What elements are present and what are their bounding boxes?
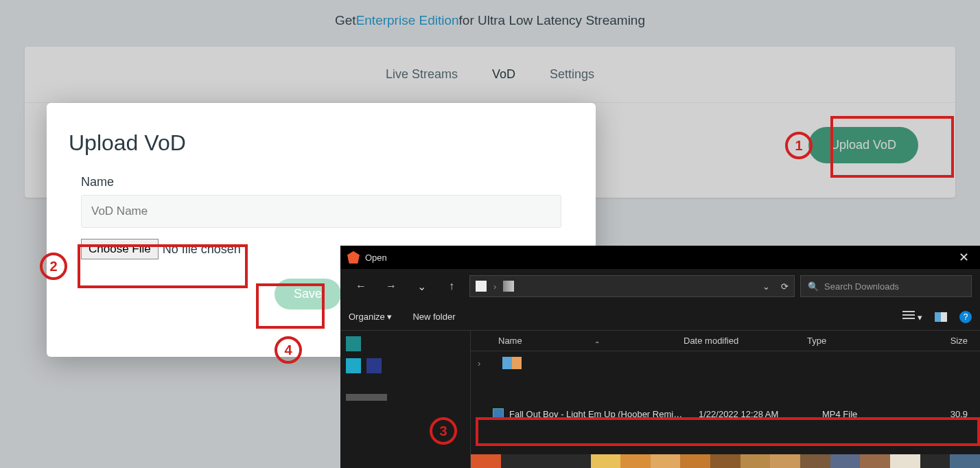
- preview-pane-icon[interactable]: [935, 312, 947, 322]
- file-chosen-status: No file chosen: [163, 242, 241, 257]
- vod-name-input[interactable]: [81, 195, 561, 228]
- breadcrumb-icon-2: [503, 281, 514, 292]
- sidebar-item[interactable]: [346, 336, 361, 351]
- file-type: MP4 File: [822, 409, 925, 419]
- dialog-title: Open: [365, 253, 387, 263]
- file-date: 1/22/2022 12:28 AM: [699, 409, 822, 419]
- brave-icon: [347, 251, 360, 264]
- file-row[interactable]: Fall Out Boy - Light Em Up (Hoober Remi……: [471, 402, 980, 425]
- breadcrumb-icon-1: [476, 281, 487, 292]
- file-type-icon: [493, 408, 504, 419]
- dialog-body: Name⌃ Date modified Type Size › Fall Out…: [340, 331, 980, 468]
- refresh-icon[interactable]: ⟳: [781, 281, 789, 292]
- sidebar-item[interactable]: [346, 358, 361, 373]
- search-icon: 🔍: [808, 281, 819, 292]
- sort-indicator-icon: ⌃: [594, 340, 600, 348]
- sidebar-item[interactable]: [346, 394, 387, 401]
- tab-vod[interactable]: VoD: [492, 67, 515, 82]
- search-box[interactable]: 🔍 Search Downloads: [800, 275, 972, 297]
- tab-bar: Live Streams VoD Settings: [25, 47, 955, 103]
- col-size[interactable]: Size: [910, 336, 980, 346]
- promo-banner: Get Enterprise Edition for Ultra Low Lat…: [0, 0, 980, 41]
- dialog-nav-row: ← → ⌄ ↑ › ⌄ ⟳ 🔍 Search Downloads: [340, 269, 980, 303]
- upload-vod-button[interactable]: Upload VoD: [808, 127, 918, 163]
- new-folder-button[interactable]: New folder: [412, 312, 455, 322]
- up-icon[interactable]: ↑: [439, 274, 464, 299]
- color-strip: [471, 454, 980, 468]
- dialog-titlebar: Open ✕: [340, 246, 980, 269]
- dialog-sidebar: [340, 331, 471, 468]
- name-label: Name: [81, 175, 574, 189]
- col-date[interactable]: Date modified: [684, 336, 807, 346]
- file-list: Name⌃ Date modified Type Size › Fall Out…: [471, 331, 980, 468]
- back-icon[interactable]: ←: [349, 274, 373, 299]
- sidebar-item[interactable]: [366, 358, 382, 373]
- organize-menu[interactable]: Organize ▾: [349, 312, 392, 322]
- column-headers: Name⌃ Date modified Type Size: [471, 331, 980, 351]
- tab-live-streams[interactable]: Live Streams: [386, 67, 458, 82]
- recent-dropdown-icon[interactable]: ⌄: [409, 274, 434, 299]
- folder-thumb-icon: [502, 357, 522, 369]
- col-name[interactable]: Name⌃: [471, 336, 684, 346]
- col-type[interactable]: Type: [807, 336, 910, 346]
- expand-icon[interactable]: ›: [478, 358, 480, 368]
- modal-title: Upload VoD: [69, 130, 574, 156]
- help-icon[interactable]: ?: [959, 311, 972, 323]
- folder-row[interactable]: ›: [471, 351, 980, 375]
- address-dropdown-icon[interactable]: ⌄: [762, 281, 770, 292]
- banner-pre: Get: [335, 13, 356, 28]
- file-name: Fall Out Boy - Light Em Up (Hoober Remi…: [509, 409, 699, 419]
- save-button[interactable]: Save: [275, 279, 341, 309]
- dialog-toolbar: Organize ▾ New folder ▾ ?: [340, 303, 980, 331]
- banner-post: for Ultra Low Latency Streaming: [459, 13, 645, 28]
- view-list-icon[interactable]: ▾: [902, 311, 922, 323]
- forward-icon[interactable]: →: [379, 274, 404, 299]
- file-size: 30,9: [925, 409, 980, 419]
- file-open-dialog: Open ✕ ← → ⌄ ↑ › ⌄ ⟳ 🔍 Search Downloads …: [340, 246, 980, 468]
- choose-file-button[interactable]: Choose File: [81, 239, 159, 259]
- search-placeholder: Search Downloads: [824, 281, 899, 292]
- close-icon[interactable]: ✕: [955, 250, 973, 265]
- tab-settings[interactable]: Settings: [550, 67, 594, 82]
- address-bar[interactable]: › ⌄ ⟳: [469, 275, 795, 297]
- enterprise-link[interactable]: Enterprise Edition: [356, 13, 459, 28]
